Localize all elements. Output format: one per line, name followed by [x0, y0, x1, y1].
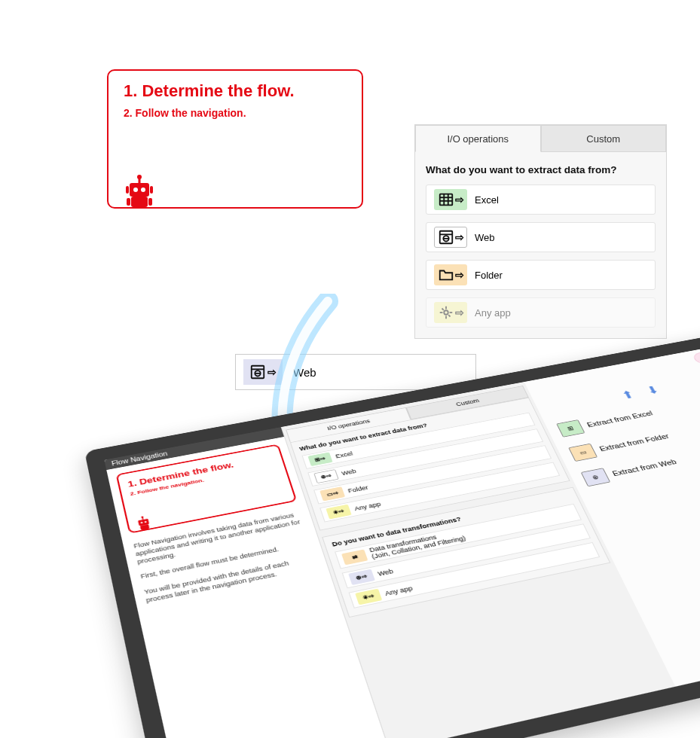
- arrow-right-icon: ⇨: [455, 194, 464, 206]
- excel-icon: ⊞: [556, 419, 585, 438]
- svg-rect-10: [439, 194, 452, 206]
- arrow-right-icon: ⇨: [455, 306, 464, 319]
- web-icon: ⇨: [434, 227, 467, 248]
- monitor-bezel: Flow Navigation 1. Determine the flow. 2…: [84, 328, 700, 738]
- svg-point-3: [133, 188, 138, 192]
- folder-icon: ▭: [568, 444, 598, 462]
- excel-icon: ⊞⇨: [307, 452, 332, 466]
- svg-rect-31: [142, 517, 143, 520]
- any-app-icon: ✳⇨: [355, 589, 382, 605]
- move-up-icon[interactable]: ⬆: [619, 388, 637, 402]
- option-web-label: Web: [475, 232, 495, 243]
- svg-rect-5: [126, 186, 129, 194]
- web-icon: ⊕: [581, 468, 611, 486]
- svg-rect-2: [130, 183, 149, 197]
- svg-point-19: [444, 310, 448, 315]
- option-any-label: Any app: [475, 307, 511, 319]
- monitor-screen: Flow Navigation 1. Determine the flow. 2…: [104, 341, 700, 738]
- option-folder-label: Folder: [475, 270, 503, 281]
- transform-icon: ⇄: [341, 549, 368, 565]
- option-excel-label: Excel: [475, 194, 499, 206]
- panel-tabs: I/O operations Custom: [415, 125, 666, 152]
- svg-point-4: [141, 188, 145, 192]
- option-any-app[interactable]: ⇨ Any app: [426, 297, 656, 328]
- option-excel[interactable]: ⇨ Excel: [426, 184, 656, 215]
- svg-line-24: [442, 309, 443, 310]
- option-web[interactable]: ⇨ Web: [426, 222, 656, 252]
- any-app-icon: ✳⇨: [326, 505, 351, 520]
- robot-icon: [132, 514, 154, 531]
- svg-rect-9: [148, 198, 152, 206]
- svg-rect-1: [139, 178, 141, 183]
- arrow-right-icon: ⇨: [455, 269, 464, 281]
- excel-icon: ⇨: [434, 189, 467, 210]
- tab-io-operations[interactable]: I/O operations: [415, 125, 541, 152]
- monitor: Flow Navigation 1. Determine the flow. 2…: [84, 328, 700, 738]
- repeat-pill[interactable]: ⟳ Repeat: [692, 343, 700, 364]
- folder-icon: ⇨: [434, 264, 467, 285]
- any-app-icon: ⇨: [434, 302, 467, 323]
- callout-step-2: 2. Follow the navigation.: [124, 107, 347, 119]
- web-icon: ⊕⇨: [348, 569, 375, 585]
- callout-step-1: 1. Determine the flow.: [124, 81, 347, 101]
- move-down-icon[interactable]: ⬇: [644, 383, 662, 397]
- tab-custom[interactable]: Custom: [541, 125, 667, 152]
- arrow-right-icon: ⇨: [455, 231, 464, 243]
- svg-rect-8: [127, 198, 130, 206]
- robot-icon: [121, 172, 158, 207]
- instruction-callout: 1. Determine the flow. 2. Follow the nav…: [107, 69, 363, 209]
- reorder-arrows: ⬆ ⬇: [619, 383, 662, 402]
- web-icon: ⊕⇨: [313, 469, 339, 483]
- panel-question: What do you want to extract data from?: [426, 164, 656, 175]
- io-panel: I/O operations Custom What do you want t…: [414, 124, 667, 339]
- monitor-stage: Flow Navigation 1. Determine the flow. 2…: [0, 373, 700, 738]
- svg-rect-7: [131, 197, 148, 207]
- svg-line-25: [448, 315, 450, 316]
- svg-rect-6: [150, 186, 153, 194]
- option-folder[interactable]: ⇨ Folder: [426, 260, 656, 290]
- folder-icon: ▭⇨: [319, 486, 345, 501]
